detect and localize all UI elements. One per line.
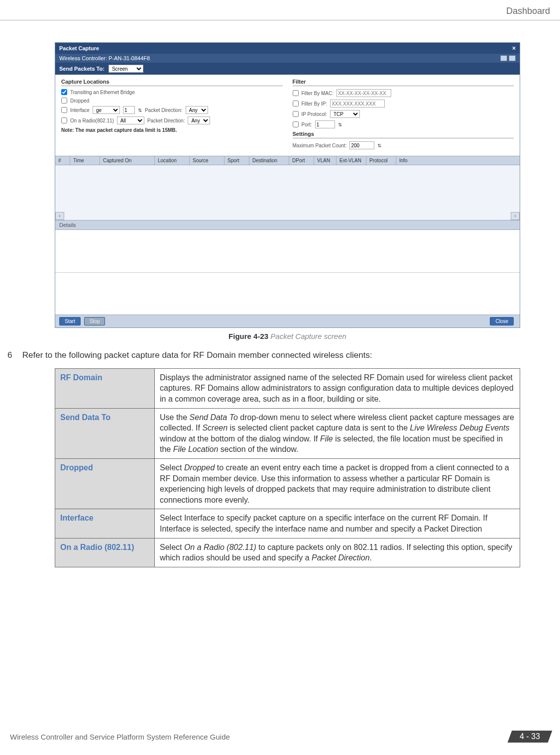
desc-cell: Use the Send Data To drop-down menu to s… (155, 408, 520, 458)
col-location[interactable]: Location (155, 156, 190, 165)
max-count-label: Maximum Packet Count: (293, 143, 347, 148)
filter-ip-checkbox[interactable] (293, 101, 299, 107)
footer-guide-title: Wireless Controller and Service Platform… (10, 733, 230, 741)
term-cell: On a Radio (802.11) (55, 538, 155, 567)
col-info[interactable]: Info (396, 156, 520, 165)
filter-mac-label: Filter By MAC: (302, 91, 334, 96)
dialog-footer: Start Stop Close (55, 315, 520, 327)
ip-proto-select[interactable]: TCP (330, 110, 360, 118)
details-body (55, 230, 520, 315)
desc-cell: Select Dropped to create an event entry … (155, 458, 520, 509)
scroll-right-icon[interactable]: › (511, 212, 520, 220)
radio-label: On a Radio(802.11) (70, 118, 114, 123)
capture-locations-group: Capture Locations Transiting an Ethernet… (61, 79, 283, 152)
settings-legend: Settings (293, 131, 514, 138)
spinner-icon[interactable]: ⇅ (138, 108, 142, 113)
dropped-label: Dropped (70, 98, 89, 104)
start-button[interactable]: Start (59, 317, 81, 325)
dropped-checkbox[interactable] (61, 98, 67, 104)
stop-button[interactable]: Stop (84, 317, 106, 325)
filter-legend: Filter (293, 79, 514, 86)
col-protocol[interactable]: Protocol (366, 156, 396, 165)
filter-ip-label: Filter By IP: (302, 101, 328, 107)
interface-select[interactable]: ge (93, 106, 120, 114)
close-button[interactable]: Close (490, 317, 514, 325)
col-source[interactable]: Source (190, 156, 224, 165)
interface-number-input[interactable] (123, 106, 135, 114)
figure-text: Packet Capture screen (270, 332, 346, 340)
send-packets-bar: Send Packets To: Screen (55, 63, 520, 75)
packet-capture-dialog: Packet Capture × Wireless Controller: P-… (55, 42, 520, 328)
interface-checkbox[interactable] (61, 107, 67, 113)
desc-cell: Select On a Radio (802.11) to capture pa… (155, 538, 520, 567)
interface-label: Interface (70, 108, 90, 113)
radio-select[interactable]: All (117, 116, 144, 124)
send-packets-label: Send Packets To: (59, 66, 105, 72)
filter-mac-input[interactable] (336, 89, 391, 97)
spinner-icon[interactable]: ⇅ (338, 122, 342, 127)
controller-label: Wireless Controller: P-AN-31-0844F8 (59, 55, 150, 61)
ip-proto-label: IP Protocol: (302, 111, 328, 117)
col-ext-vlan[interactable]: Ext-VLAN (336, 156, 366, 165)
send-packets-select[interactable]: Screen (109, 65, 143, 73)
details-header: Details (55, 220, 520, 230)
table-row: InterfaceSelect Interface to specify pac… (55, 509, 520, 538)
desc-cell: Select Interface to specify packet captu… (155, 509, 520, 538)
col-vlan[interactable]: VLAN (314, 156, 336, 165)
header-section: Dashboard (506, 6, 550, 16)
header-divider (0, 20, 560, 20)
packet-direction-label-1: Packet Direction: (145, 108, 183, 113)
scroll-left-icon[interactable]: ‹ (55, 212, 64, 220)
filter-ip-input[interactable] (330, 100, 385, 108)
term-cell: RF Domain (55, 368, 155, 408)
capture-table-body: ‹ › (55, 165, 520, 220)
help-icon[interactable] (509, 55, 516, 61)
details-pane-2 (55, 273, 520, 315)
table-row: On a Radio (802.11)Select On a Radio (80… (55, 538, 520, 567)
details-pane-1 (55, 230, 520, 273)
radio-checkbox[interactable] (61, 117, 67, 123)
max-count-input[interactable] (349, 141, 374, 149)
ip-proto-checkbox[interactable] (293, 111, 299, 117)
spinner-icon[interactable]: ⇅ (377, 143, 381, 148)
capture-table-header: # Time Captured On Location Source Sport… (55, 156, 520, 165)
col-time[interactable]: Time (70, 156, 100, 165)
capture-locations-legend: Capture Locations (61, 79, 283, 86)
step-number: 6 (7, 349, 20, 361)
capture-note: Note: The max packet capture data limit … (61, 127, 283, 133)
page-number-badge: 4 - 33 (508, 731, 553, 743)
term-cell: Send Data To (55, 408, 155, 458)
figure-caption: Figure 4-23 Packet Capture screen (55, 332, 520, 340)
col-destination[interactable]: Destination (249, 156, 289, 165)
port-input[interactable] (315, 120, 335, 128)
step-text: Refer to the following packet capture da… (22, 350, 372, 360)
packet-direction-select-1[interactable]: Any (186, 106, 208, 114)
desc-cell: Displays the administrator assigned name… (155, 368, 520, 408)
dialog-titlebar: Packet Capture × (55, 43, 520, 54)
table-row: Send Data ToUse the Send Data To drop-do… (55, 408, 520, 458)
col-dport[interactable]: DPort (289, 156, 314, 165)
term-cell: Dropped (55, 458, 155, 509)
packet-direction-select-2[interactable]: Any (188, 116, 210, 124)
term-cell: Interface (55, 509, 155, 538)
packet-direction-label-2: Packet Direction: (147, 118, 185, 123)
definition-table: RF DomainDisplays the administrator assi… (55, 368, 520, 567)
col-captured-on[interactable]: Captured On (100, 156, 155, 165)
port-label: Port: (302, 122, 312, 127)
filter-mac-checkbox[interactable] (293, 90, 299, 96)
filter-group: Filter Filter By MAC: Filter By IP: IP P… (293, 79, 514, 152)
table-row: RF DomainDisplays the administrator assi… (55, 368, 520, 408)
transiting-checkbox[interactable] (61, 89, 67, 95)
col-sport[interactable]: Sport (224, 156, 249, 165)
col-num[interactable]: # (55, 156, 70, 165)
dialog-title: Packet Capture (59, 45, 99, 51)
step-6: 6 Refer to the following packet capture … (7, 349, 520, 361)
port-checkbox[interactable] (293, 121, 299, 127)
close-icon[interactable]: × (512, 45, 516, 52)
page-footer: Wireless Controller and Service Platform… (10, 731, 550, 743)
transiting-label: Transiting an Ethernet Bridge (70, 90, 135, 95)
expand-icon[interactable] (500, 55, 507, 61)
figure-number: Figure 4-23 (228, 332, 268, 340)
table-row: DroppedSelect Dropped to create an event… (55, 458, 520, 509)
controller-bar: Wireless Controller: P-AN-31-0844F8 (55, 54, 520, 63)
